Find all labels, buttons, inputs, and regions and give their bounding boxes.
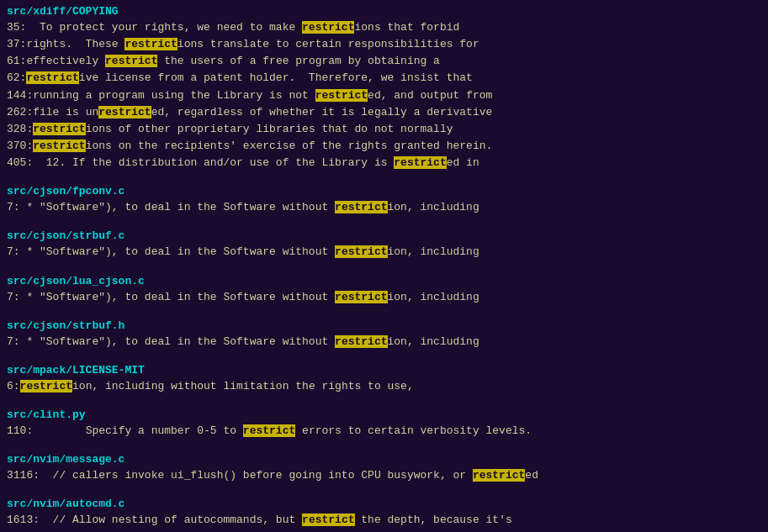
file-header: src/cjson/strbuf.c xyxy=(7,229,761,242)
line-after-text: ive license from a patent holder. Theref… xyxy=(79,71,473,84)
result-line: 1613: // Allow nesting of autocommands, … xyxy=(7,512,761,529)
line-before-text: 12. If the distribution and/or use of th… xyxy=(33,156,394,169)
highlight-match: restrict xyxy=(335,201,387,213)
line-before-text: * "Software"), to deal in the Software w… xyxy=(20,201,335,213)
line-number: 370: xyxy=(7,140,33,152)
highlight-match: restrict xyxy=(20,380,72,392)
highlight-match: restrict xyxy=(243,424,295,437)
file-header: src/cjson/fpconv.c xyxy=(7,185,761,198)
result-line: 262:file is unrestricted, regardless of … xyxy=(7,104,761,121)
result-line: 370:restrictions on the recipients' exer… xyxy=(7,138,761,155)
line-after-text: ions on the recipients' exercise of the … xyxy=(86,140,493,152)
line-before-text: * "Software"), to deal in the Software w… xyxy=(20,245,335,258)
line-number: 3116: xyxy=(7,469,40,482)
line-before-text: rights. These xyxy=(26,38,124,50)
line-number: 37: xyxy=(7,38,26,50)
line-number: 6: xyxy=(7,380,20,392)
line-after-text: ed xyxy=(525,469,538,482)
highlight-match: restrict xyxy=(98,106,151,119)
line-number: 7: xyxy=(7,291,20,303)
highlight-match: restrict xyxy=(302,514,354,526)
line-number: 7: xyxy=(7,335,20,348)
line-number: 110: xyxy=(7,424,33,437)
highlight-match: restrict xyxy=(335,291,387,303)
line-number: 144: xyxy=(7,89,33,102)
highlight-match: restrict xyxy=(33,123,85,135)
line-after-text: ions translate to certain responsibiliti… xyxy=(177,38,479,50)
result-line: 328:restrictions of other proprietary li… xyxy=(7,121,761,138)
highlight-match: restrict xyxy=(105,55,157,67)
line-after-text: the depth, because it's xyxy=(355,514,512,526)
line-before-text: effectively xyxy=(26,55,105,67)
result-line: 6:restriction, including without limitat… xyxy=(7,378,761,395)
highlight-match: restrict xyxy=(473,469,525,482)
file-header: src/clint.py xyxy=(7,408,761,421)
highlight-match: restrict xyxy=(124,38,177,50)
line-after-text: ions that forbid xyxy=(354,21,459,34)
line-after-text: ion, including without limitation the ri… xyxy=(72,380,414,392)
highlight-match: restrict xyxy=(302,21,354,34)
file-header: src/mpack/LICENSE-MIT xyxy=(7,364,761,377)
line-before-text: Specify a number 0-5 to xyxy=(33,424,243,437)
result-line: 405: 12. If the distribution and/or use … xyxy=(7,155,761,171)
line-number: 1613: xyxy=(7,514,40,526)
highlight-match: restrict xyxy=(33,140,85,152)
line-after-text: ion, including xyxy=(388,201,479,213)
highlight-match: restrict xyxy=(335,245,387,258)
result-line: 61:effectively restrict the users of a f… xyxy=(7,53,761,70)
line-number: 7: xyxy=(7,201,20,213)
line-before-text: file is un xyxy=(33,106,98,119)
search-results: src/xdiff/COPYING35: To protect your rig… xyxy=(7,5,761,532)
line-after-text: ed, and output from xyxy=(368,89,492,102)
line-after-text: ions of other proprietary libraries that… xyxy=(86,123,453,135)
result-line: 144:running a program using the Library … xyxy=(7,87,761,104)
line-after-text: the users of a free program by obtaining… xyxy=(157,55,439,67)
line-after-text: errors to certain verbosity levels. xyxy=(295,424,532,437)
file-header: src/nvim/message.c xyxy=(7,453,761,466)
result-line: 7: * "Software"), to deal in the Softwar… xyxy=(7,289,761,306)
line-before-text: To protect your rights, we need to make xyxy=(26,21,302,34)
result-line: 37:rights. These restrictions translate … xyxy=(7,36,761,53)
line-number: 7: xyxy=(7,245,20,258)
result-line: 7: * "Software"), to deal in the Softwar… xyxy=(7,199,761,216)
line-after-text: ion, including xyxy=(388,335,479,348)
line-after-text: ion, including xyxy=(388,291,479,303)
result-line: 7: * "Software"), to deal in the Softwar… xyxy=(7,334,761,350)
highlight-match: restrict xyxy=(335,335,387,348)
file-header: src/nvim/autocmd.c xyxy=(7,498,761,510)
line-before-text: * "Software"), to deal in the Software w… xyxy=(20,291,335,303)
highlight-match: restrict xyxy=(394,156,446,169)
result-line: 7: * "Software"), to deal in the Softwar… xyxy=(7,244,761,261)
line-after-text: ed, regardless of whether it is legally … xyxy=(151,106,493,119)
line-number: 35: xyxy=(7,21,26,34)
file-header: src/cjson/strbuf.h xyxy=(7,319,761,332)
file-header: src/xdiff/COPYING xyxy=(7,5,761,18)
line-before-text: // callers invoke ui_flush() before goin… xyxy=(40,469,473,482)
line-before-text: running a program using the Library is n… xyxy=(33,89,315,102)
file-header: src/cjson/lua_cjson.c xyxy=(7,275,761,287)
line-before-text: // Allow nesting of autocommands, but xyxy=(40,514,302,526)
line-after-text: ed in xyxy=(447,156,479,169)
highlight-match: restrict xyxy=(315,89,368,102)
result-line: 35: To protect your rights, we need to m… xyxy=(7,19,761,36)
line-number: 328: xyxy=(7,123,33,135)
highlight-match: restrict xyxy=(26,71,78,84)
result-line: 3116: // callers invoke ui_flush() befor… xyxy=(7,467,761,484)
result-line: 62:restrictive license from a patent hol… xyxy=(7,70,761,87)
line-after-text: ion, including xyxy=(388,245,479,258)
result-line: 110: Specify a number 0-5 to restrict er… xyxy=(7,423,761,440)
line-number: 61: xyxy=(7,55,26,67)
line-number: 405: xyxy=(7,156,33,169)
line-number: 62: xyxy=(7,71,26,84)
line-number: 262: xyxy=(7,106,33,119)
line-before-text: * "Software"), to deal in the Software w… xyxy=(20,335,335,348)
